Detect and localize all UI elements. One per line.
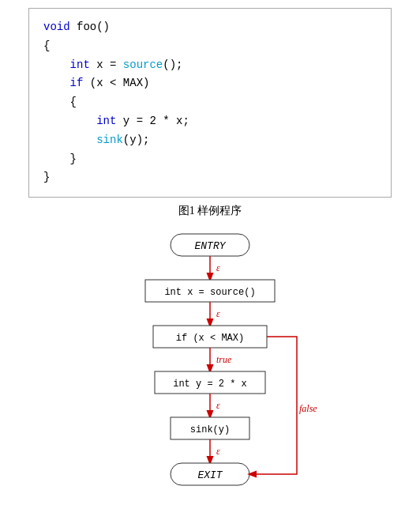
label-cond-body: true	[216, 354, 232, 365]
node-exit: EXIT	[197, 469, 223, 481]
code-line-9: }	[43, 168, 377, 187]
code-block: void foo() { int x = source(); if (x < M…	[28, 8, 392, 198]
label-cond-exit: false	[299, 403, 317, 414]
keyword-if: if	[70, 77, 84, 89]
keyword-int-1: int	[70, 58, 90, 71]
code-line-8: }	[43, 150, 377, 169]
code-line-4: if (x < MAX)	[43, 74, 377, 93]
label-body-sink: ε	[216, 400, 220, 411]
node-body: int y = 2 * x	[173, 379, 247, 390]
label-assign-cond: ε	[216, 308, 220, 319]
keyword-int-2: int	[96, 115, 116, 127]
keyword-void: void	[43, 21, 70, 33]
code-line-6: int y = 2 * x;	[43, 112, 377, 131]
cfg-diagram: ENTRY ε int x = source() ε if (x < MAX) …	[28, 226, 392, 520]
label-entry-assign: ε	[216, 262, 220, 273]
code-line-5: {	[43, 93, 377, 112]
func-sink: sink	[96, 134, 123, 146]
node-cond: if (x < MAX)	[176, 333, 244, 344]
fig1-label: 图1 样例程序	[178, 204, 242, 218]
code-line-3: int x = source();	[43, 56, 377, 75]
code-line-1: void foo()	[43, 18, 377, 37]
cfg-svg: ENTRY ε int x = source() ε if (x < MAX) …	[92, 226, 328, 520]
label-sink-exit: ε	[216, 446, 220, 457]
code-line-7: sink(y);	[43, 131, 377, 150]
node-assign: int x = source()	[164, 287, 255, 298]
code-line-2: {	[43, 37, 377, 56]
node-entry: ENTRY	[194, 240, 226, 252]
node-sink: sink(y)	[190, 424, 230, 435]
func-source: source	[123, 58, 163, 71]
